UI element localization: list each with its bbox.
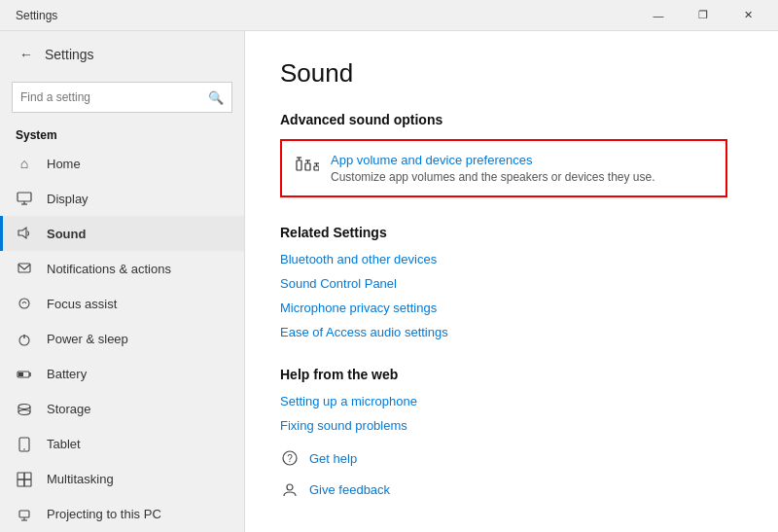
bluetooth-link[interactable]: Bluetooth and other devices	[280, 252, 743, 266]
svg-rect-19	[24, 473, 31, 479]
sound-icon	[16, 225, 33, 242]
close-button[interactable]: ✕	[725, 0, 770, 31]
help-section: Help from the web Setting up a microphon…	[280, 367, 743, 499]
sidebar-item-power[interactable]: Power & sleep	[0, 321, 244, 356]
sidebar-item-label: Projecting to this PC	[47, 507, 161, 521]
sidebar-item-label: Tablet	[47, 437, 81, 451]
svg-point-15	[18, 409, 30, 414]
storage-icon	[16, 401, 33, 418]
sidebar-item-label: Sound	[47, 227, 86, 241]
card-description: Customize app volumes and the speakers o…	[331, 170, 655, 184]
focus-icon	[16, 295, 33, 312]
app-volume-card[interactable]: App volume and device preferences Custom…	[280, 139, 727, 197]
home-icon: ⌂	[16, 155, 33, 172]
svg-marker-3	[18, 228, 26, 238]
battery-icon	[16, 366, 33, 383]
svg-rect-11	[18, 372, 23, 376]
app-volume-icon	[296, 155, 319, 181]
multitasking-icon	[16, 471, 33, 488]
sound-control-panel-link[interactable]: Sound Control Panel	[280, 276, 743, 291]
sidebar-item-label: Notifications & actions	[47, 262, 171, 276]
svg-rect-20	[18, 479, 24, 486]
app-body: ← Settings 🔍 System ⌂ Home Display	[0, 31, 778, 532]
advanced-section: Advanced sound options	[280, 112, 743, 197]
microphone-privacy-link[interactable]: Microphone privacy settings	[280, 301, 743, 315]
svg-rect-31	[314, 166, 319, 170]
feedback-item[interactable]: Give feedback	[280, 479, 743, 499]
sidebar-item-notifications[interactable]: Notifications & actions	[0, 251, 244, 286]
svg-point-17	[23, 448, 25, 450]
sidebar-item-sound[interactable]: Sound	[0, 216, 244, 251]
sidebar-app-title: Settings	[45, 47, 94, 62]
sidebar-item-label: Storage	[47, 402, 91, 416]
sidebar-item-multitasking[interactable]: Multitasking	[0, 462, 244, 497]
sidebar-item-label: Focus assist	[47, 297, 117, 311]
svg-rect-28	[305, 163, 310, 170]
svg-point-36	[287, 484, 293, 490]
sidebar-item-storage[interactable]: Storage	[0, 392, 244, 427]
get-help-link[interactable]: Get help	[309, 451, 357, 466]
sidebar-item-label: Multitasking	[47, 472, 114, 486]
sidebar-header: ← Settings	[0, 31, 244, 78]
svg-rect-25	[297, 160, 301, 170]
sidebar-item-label: Battery	[47, 367, 87, 381]
power-icon	[16, 331, 33, 348]
help-heading: Help from the web	[280, 367, 743, 382]
svg-point-12	[18, 404, 30, 408]
feedback-icon	[280, 479, 300, 499]
display-icon	[16, 190, 33, 207]
notifications-icon	[16, 260, 33, 277]
main-content: Sound Advanced sound options	[245, 31, 778, 532]
back-icon: ←	[19, 47, 33, 62]
sidebar-item-display[interactable]: Display	[0, 181, 244, 216]
search-input[interactable]	[20, 90, 208, 104]
search-box[interactable]: 🔍	[12, 82, 232, 113]
svg-rect-4	[18, 264, 30, 272]
card-text: App volume and device preferences Custom…	[331, 153, 655, 184]
projecting-icon	[16, 506, 33, 523]
titlebar-controls: — ❐ ✕	[636, 0, 770, 31]
sidebar-item-battery[interactable]: Battery	[0, 357, 244, 392]
feedback-link[interactable]: Give feedback	[309, 482, 390, 497]
sidebar-item-label: Home	[47, 157, 81, 171]
sidebar-item-tablet[interactable]: Tablet	[0, 427, 244, 462]
svg-point-5	[19, 299, 29, 308]
titlebar: Settings — ❐ ✕	[0, 0, 778, 31]
page-title: Sound	[280, 58, 743, 89]
svg-rect-21	[24, 479, 31, 486]
sidebar-item-projecting[interactable]: Projecting to this PC	[0, 497, 244, 532]
svg-rect-18	[18, 473, 24, 479]
search-icon: 🔍	[208, 90, 224, 105]
minimize-button[interactable]: —	[636, 0, 681, 31]
system-section-label: System	[0, 121, 244, 146]
related-settings-heading: Related Settings	[280, 225, 743, 240]
setting-up-microphone-link[interactable]: Setting up a microphone	[280, 394, 743, 408]
related-settings-section: Related Settings Bluetooth and other dev…	[280, 225, 743, 339]
card-title: App volume and device preferences	[331, 153, 655, 167]
svg-text:?: ?	[287, 453, 293, 464]
svg-rect-0	[18, 193, 31, 201]
advanced-section-heading: Advanced sound options	[280, 112, 743, 127]
svg-rect-22	[19, 511, 29, 517]
sidebar: ← Settings 🔍 System ⌂ Home Display	[0, 31, 245, 532]
back-button[interactable]: ←	[16, 43, 37, 66]
sidebar-item-home[interactable]: ⌂ Home	[0, 146, 244, 181]
tablet-icon	[16, 436, 33, 453]
get-help-icon: ?	[280, 448, 300, 468]
titlebar-title: Settings	[8, 9, 636, 22]
get-help-item[interactable]: ? Get help	[280, 448, 743, 468]
sidebar-item-focus[interactable]: Focus assist	[0, 286, 244, 321]
fixing-sound-link[interactable]: Fixing sound problems	[280, 418, 743, 433]
sidebar-item-label: Power & sleep	[47, 332, 128, 346]
ease-of-access-link[interactable]: Ease of Access audio settings	[280, 325, 743, 339]
maximize-button[interactable]: ❐	[681, 0, 725, 31]
sidebar-item-label: Display	[47, 192, 88, 206]
